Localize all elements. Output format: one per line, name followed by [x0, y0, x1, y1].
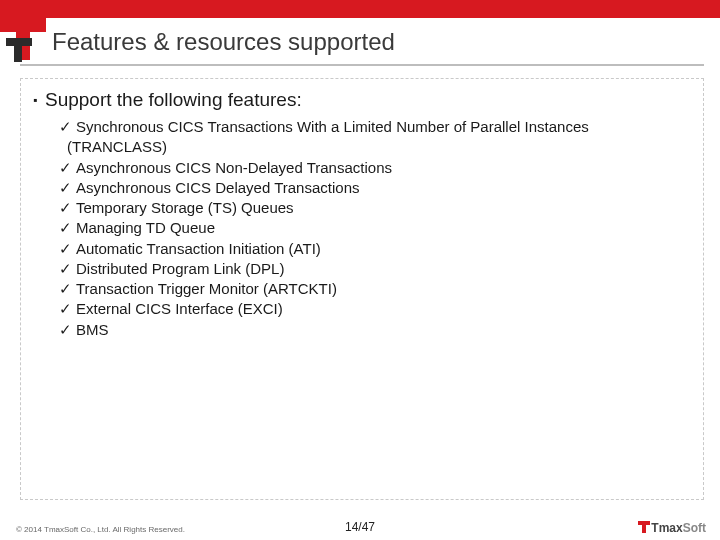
section-heading: ▪Support the following features:: [33, 89, 685, 111]
check-icon: ✓: [59, 280, 72, 297]
square-bullet-icon: ▪: [33, 93, 41, 107]
list-item: ✓Automatic Transaction Initiation (ATI): [59, 239, 685, 259]
t-mark-icon: [638, 521, 650, 533]
item-text: Asynchronous CICS Non-Delayed Transactio…: [76, 159, 392, 176]
footer-brand-main: Tmax: [651, 521, 682, 535]
item-text: Transaction Trigger Monitor (ARTCKTI): [76, 280, 337, 297]
page-number: 14/47: [0, 520, 720, 534]
footer-brand-logo: TmaxSoft: [638, 521, 706, 535]
check-icon: ✓: [59, 300, 72, 317]
item-text: Temporary Storage (TS) Queues: [76, 199, 294, 216]
content-panel: ▪Support the following features: ✓Synchr…: [20, 78, 704, 500]
check-icon: ✓: [59, 260, 72, 277]
list-item: ✓Synchronous CICS Transactions With a Li…: [59, 117, 685, 137]
check-icon: ✓: [59, 118, 72, 135]
list-item: ✓BMS: [59, 320, 685, 340]
item-text: Synchronous CICS Transactions With a Lim…: [76, 118, 589, 135]
item-text: Automatic Transaction Initiation (ATI): [76, 240, 321, 257]
check-icon: ✓: [59, 240, 72, 257]
brand-logo: [0, 18, 46, 66]
list-item: ✓Asynchronous CICS Non-Delayed Transacti…: [59, 158, 685, 178]
heading-text: Support the following features:: [45, 89, 302, 110]
item-text: Asynchronous CICS Delayed Transactions: [76, 179, 359, 196]
list-item: ✓Asynchronous CICS Delayed Transactions: [59, 178, 685, 198]
list-item: ✓External CICS Interface (EXCI): [59, 299, 685, 319]
list-item: ✓Transaction Trigger Monitor (ARTCKTI): [59, 279, 685, 299]
check-icon: ✓: [59, 219, 72, 236]
list-item: ✓Managing TD Queue: [59, 218, 685, 238]
footer-brand-soft: Soft: [683, 521, 706, 535]
list-item-continuation: (TRANCLASS): [67, 137, 685, 157]
item-text: BMS: [76, 321, 109, 338]
list-item: ✓Temporary Storage (TS) Queues: [59, 198, 685, 218]
footer: © 2014 TmaxSoft Co., Ltd. All Rights Res…: [0, 514, 720, 540]
page-title: Features & resources supported: [52, 28, 395, 56]
check-icon: ✓: [59, 199, 72, 216]
check-icon: ✓: [59, 159, 72, 176]
top-brand-bar: [0, 0, 720, 18]
title-underline: [20, 64, 704, 66]
item-text: External CICS Interface (EXCI): [76, 300, 283, 317]
check-icon: ✓: [59, 179, 72, 196]
item-text: Managing TD Queue: [76, 219, 215, 236]
item-text: Distributed Program Link (DPL): [76, 260, 284, 277]
check-icon: ✓: [59, 321, 72, 338]
list-item: ✓Distributed Program Link (DPL): [59, 259, 685, 279]
